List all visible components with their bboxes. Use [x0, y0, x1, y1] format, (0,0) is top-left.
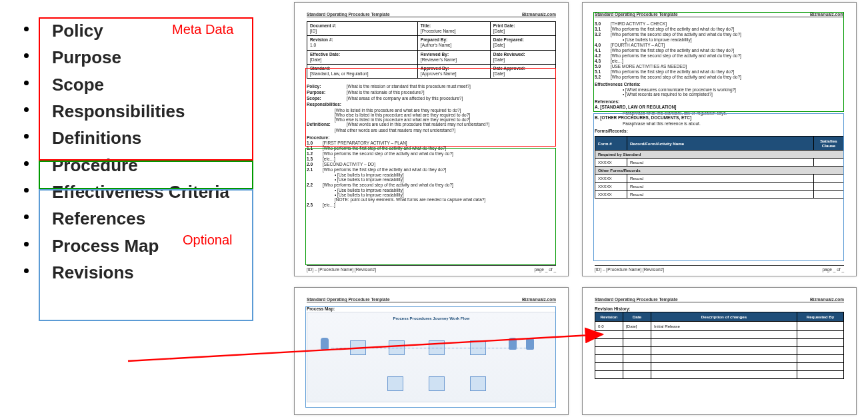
effectiveness-heading: Effectiveness Criteria:: [595, 82, 844, 87]
doc-header-right: Bizmanualz.com: [522, 12, 556, 17]
process-map-diagram: Process Procedures Journey Work Flow: [307, 312, 556, 402]
legend-item-responsibilities: Responsibilities: [8, 98, 256, 125]
references-heading: References:: [595, 99, 844, 104]
doc-page-2: Standard Operating Procedure TemplateBiz…: [583, 3, 856, 276]
badge-meta-data: Meta Data: [172, 22, 233, 37]
forms-records-table: Form # Record/Form/Activity Name Satisfi…: [595, 136, 844, 199]
procedure-heading: Procedure:: [307, 135, 556, 140]
legend-item-scope: Scope: [8, 71, 256, 98]
process-map-heading: Process Map:: [307, 306, 556, 311]
label-scope: Scope:: [307, 96, 345, 101]
label-purpose: Purpose:: [307, 90, 345, 95]
doc-page-4: Standard Operating Procedure TemplateBiz…: [583, 288, 856, 414]
legend-item-revisions: Revisions: [8, 259, 256, 286]
legend-item-definitions: Definitions: [8, 125, 256, 151]
revision-history-heading: Revision History:: [595, 306, 844, 311]
label-definitions: Definitions:: [307, 122, 345, 127]
label-policy: Policy:: [307, 84, 345, 89]
pages-area: Standard Operating Procedure TemplateBiz…: [295, 3, 860, 416]
legend-item-purpose: Purpose: [8, 44, 256, 71]
doc-page-3: Standard Operating Procedure TemplateBiz…: [295, 288, 568, 414]
legend-item-procedure: Procedure: [8, 152, 256, 179]
badge-optional: Optional: [183, 232, 233, 248]
label-responsibilities: Responsibilities:: [307, 102, 345, 107]
meta-table: Document #:[ID] Title:[Procedure Name] P…: [307, 21, 556, 79]
doc-page-1: Standard Operating Procedure TemplateBiz…: [295, 3, 568, 276]
legend-item-references: References: [8, 205, 256, 232]
doc-header-left: Standard Operating Procedure Template: [307, 12, 390, 17]
forms-records-heading: Forms/Records:: [595, 129, 844, 133]
legend-item-effectiveness: Effectiveness Criteria: [8, 179, 256, 205]
revision-history-table: Revision Date Description of changes Req…: [595, 312, 844, 379]
